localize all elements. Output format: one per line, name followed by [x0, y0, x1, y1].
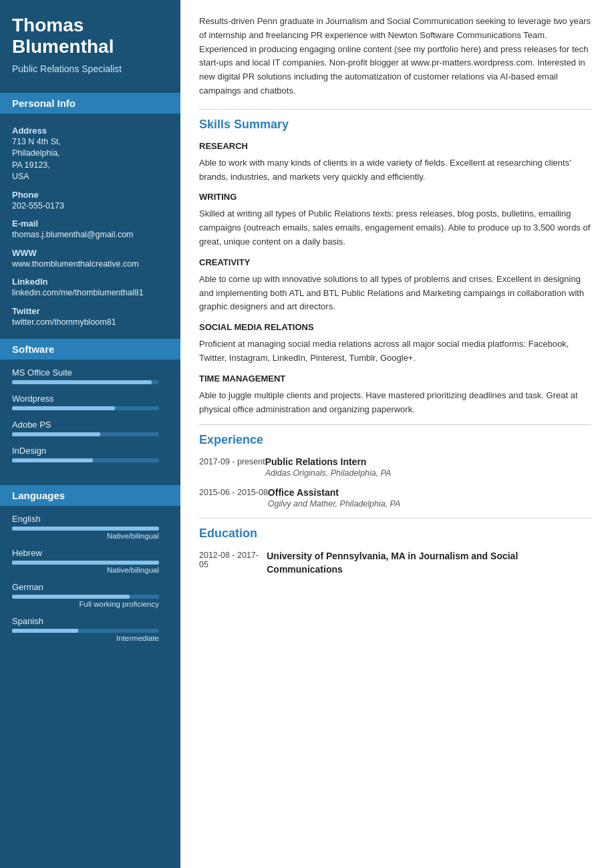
language-name: Spanish	[12, 616, 168, 626]
language-bar-fill	[12, 527, 159, 531]
skill-desc: Able to come up with innovative solution…	[199, 273, 591, 314]
skills-summary-title: Skills Summary	[199, 118, 591, 132]
language-bar-bg	[12, 561, 159, 565]
language-item: English Native/bilingual	[12, 514, 168, 540]
languages-header: Languages	[0, 485, 180, 506]
exp-title: Public Relations Intern	[265, 456, 392, 467]
education-list: 2012-08 - 2017-05 University of Pennsylv…	[199, 550, 591, 576]
skill-label: SOCIAL MEDIA RELATIONS	[199, 322, 591, 332]
skill-label: CREATIVITY	[199, 257, 591, 267]
language-bar-bg	[12, 629, 159, 633]
software-bar-fill	[12, 432, 100, 436]
skill-label: WRITING	[199, 192, 591, 202]
language-name: German	[12, 582, 168, 592]
experience-row: 2017-09 - present Public Relations Inter…	[199, 456, 591, 478]
twitter-label: Twitter	[12, 306, 168, 316]
skill-desc: Skilled at writing all types of Public R…	[199, 207, 591, 249]
experience-list: 2017-09 - present Public Relations Inter…	[199, 456, 591, 509]
language-level: Full working proficiency	[12, 600, 159, 608]
skill-desc: Proficient at managing social media rela…	[199, 337, 591, 366]
software-bar-fill	[12, 406, 115, 410]
software-section: MS Office Suite Wordpress Adobe PS InDes…	[0, 359, 180, 477]
language-bar-bg	[12, 595, 159, 599]
exp-title: Office Assistant	[268, 487, 401, 498]
www-label: WWW	[12, 248, 168, 258]
divider-3	[199, 518, 591, 519]
languages-section: English Native/bilingual Hebrew Native/b…	[0, 506, 180, 656]
skill-item: CREATIVITY Able to come up with innovati…	[199, 257, 591, 314]
exp-date: 2015-06 - 2015-08	[199, 487, 268, 509]
experience-row: 2015-06 - 2015-08 Office Assistant Ogilv…	[199, 487, 591, 509]
exp-date: 2017-09 - present	[199, 456, 265, 478]
email-label: E-mail	[12, 219, 168, 229]
software-bar-bg	[12, 458, 159, 462]
divider-2	[199, 424, 591, 425]
education-title: Education	[199, 527, 591, 541]
software-item: Wordpress	[12, 394, 168, 410]
software-name: InDesign	[12, 446, 168, 456]
software-item: Adobe PS	[12, 420, 168, 436]
language-level: Native/bilingual	[12, 532, 159, 540]
www-value: www.thomblumenthalcreative.com	[12, 259, 168, 271]
language-bar-bg	[12, 527, 159, 531]
personal-info-section: Address 713 N 4th St,Philadelphia,PA 191…	[0, 114, 180, 331]
software-item: MS Office Suite	[12, 368, 168, 384]
language-bar-fill	[12, 629, 78, 633]
software-name: Adobe PS	[12, 420, 168, 430]
candidate-name: Thomas Blumenthal	[12, 15, 168, 57]
edu-details: University of Pennsylvania, MA in Journa…	[267, 550, 591, 576]
skill-label: TIME MANAGEMENT	[199, 374, 591, 384]
divider-1	[199, 109, 591, 110]
exp-company: Adidas Originals, Philadelphia, PA	[265, 468, 392, 478]
summary-text: Results-driven Penn graduate in Journali…	[199, 15, 591, 98]
phone-value: 202-555-0173	[12, 200, 168, 212]
address-value: 713 N 4th St,Philadelphia,PA 19123,USA	[12, 136, 168, 183]
skill-desc: Able to work with many kinds of clients …	[199, 156, 591, 184]
skill-item: WRITING Skilled at writing all types of …	[199, 192, 591, 249]
edu-title: University of Pennsylvania, MA in Journa…	[267, 550, 591, 576]
exp-details: Public Relations Intern Adidas Originals…	[265, 456, 392, 478]
software-bar-bg	[12, 380, 159, 384]
software-item: InDesign	[12, 446, 168, 462]
main-content: Results-driven Penn graduate in Journali…	[180, 0, 610, 868]
edu-date: 2012-08 - 2017-05	[199, 550, 267, 576]
linkedin-label: LinkedIn	[12, 277, 168, 287]
address-label: Address	[12, 126, 168, 136]
software-header: Software	[0, 339, 180, 359]
linkedin-value: linkedin.com/me/thomblumenthal81	[12, 287, 168, 299]
language-item: Spanish Intermediate	[12, 616, 168, 642]
experience-title: Experience	[199, 433, 591, 447]
software-bar-fill	[12, 458, 93, 462]
language-bar-fill	[12, 561, 159, 565]
skill-item: RESEARCH Able to work with many kinds of…	[199, 141, 591, 184]
language-level: Intermediate	[12, 634, 159, 642]
software-bar-fill	[12, 380, 152, 384]
exp-company: Ogilvy and Mather, Philadelphia, PA	[268, 499, 401, 509]
language-name: Hebrew	[12, 548, 168, 558]
software-name: MS Office Suite	[12, 368, 168, 378]
language-level: Native/bilingual	[12, 566, 159, 574]
software-bar-bg	[12, 406, 159, 410]
exp-details: Office Assistant Ogilvy and Mather, Phil…	[268, 487, 401, 509]
language-item: Hebrew Native/bilingual	[12, 548, 168, 574]
skill-label: RESEARCH	[199, 141, 591, 151]
skill-desc: Able to juggle multiple clients and proj…	[199, 389, 591, 417]
email-value: thomas.j.blumenthal@gmail.com	[12, 229, 168, 241]
sidebar-header: Thomas Blumenthal Public Relations Speci…	[0, 0, 180, 85]
personal-info-header: Personal Info	[0, 93, 180, 114]
twitter-value: twitter.com/thommybloom81	[12, 317, 168, 329]
candidate-title: Public Relations Specialist	[12, 63, 168, 75]
software-name: Wordpress	[12, 394, 168, 404]
sidebar: Thomas Blumenthal Public Relations Speci…	[0, 0, 180, 868]
skill-item: SOCIAL MEDIA RELATIONS Proficient at man…	[199, 322, 591, 366]
phone-label: Phone	[12, 190, 168, 200]
skill-item: TIME MANAGEMENT Able to juggle multiple …	[199, 374, 591, 417]
software-bar-bg	[12, 432, 159, 436]
language-name: English	[12, 514, 168, 524]
skills-list: RESEARCH Able to work with many kinds of…	[199, 141, 591, 417]
language-bar-fill	[12, 595, 130, 599]
language-item: German Full working proficiency	[12, 582, 168, 608]
education-row: 2012-08 - 2017-05 University of Pennsylv…	[199, 550, 591, 576]
